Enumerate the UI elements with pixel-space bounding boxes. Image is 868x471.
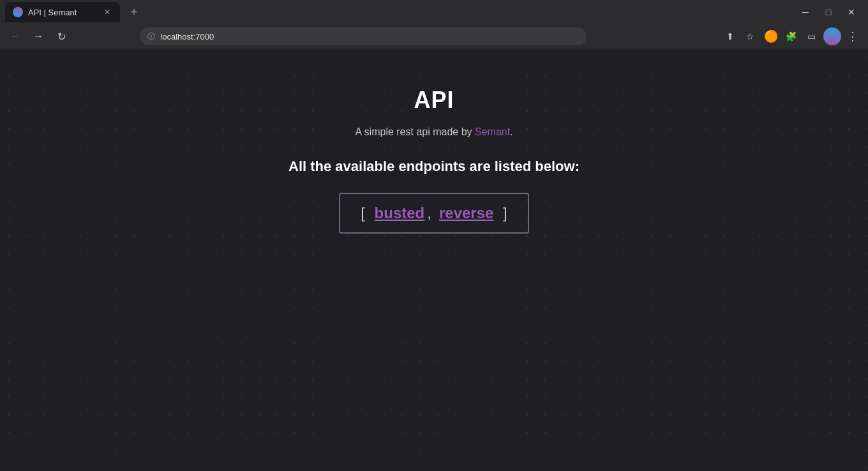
nav-actions: ⬆ ☆ 🟠 🧩 ▭ ⋮ bbox=[721, 27, 862, 45]
forward-button[interactable]: → bbox=[29, 27, 47, 45]
bracket-close: ] bbox=[503, 204, 507, 222]
bracket-open: [ bbox=[361, 204, 365, 222]
title-bar: API | Semant ✕ + ─ □ ✕ bbox=[0, 0, 868, 24]
bookmark-button[interactable]: ☆ bbox=[742, 27, 760, 45]
page-content: API A simple rest api made by Semant. Al… bbox=[0, 49, 868, 471]
share-button[interactable]: ⬆ bbox=[721, 27, 739, 45]
tab-favicon bbox=[13, 7, 23, 17]
maximize-button[interactable]: □ bbox=[822, 6, 835, 19]
reload-button[interactable]: ↻ bbox=[52, 27, 70, 45]
address-lock-icon: ⓘ bbox=[147, 31, 155, 42]
tab-close-button[interactable]: ✕ bbox=[102, 7, 112, 17]
subtitle-period: . bbox=[510, 126, 513, 137]
nav-bar: ← → ↻ ⓘ localhost:7000 ⬆ ☆ 🟠 🧩 ▭ ⋮ bbox=[0, 24, 868, 49]
back-button[interactable]: ← bbox=[6, 27, 24, 45]
busted-endpoint-link[interactable]: busted bbox=[375, 204, 425, 222]
content-wrapper: API A simple rest api made by Semant. Al… bbox=[288, 87, 580, 234]
browser-tab[interactable]: API | Semant ✕ bbox=[5, 2, 120, 22]
minimize-button[interactable]: ─ bbox=[799, 6, 812, 19]
profile-button[interactable] bbox=[823, 27, 841, 45]
tab-title: API | Semant bbox=[28, 8, 97, 17]
reverse-endpoint-link[interactable]: reverse bbox=[439, 204, 493, 222]
page-title: API bbox=[288, 87, 580, 114]
subtitle-text: A simple rest api made by bbox=[355, 126, 475, 137]
new-tab-button[interactable]: + bbox=[125, 3, 143, 21]
endpoints-label: All the available endpoints are listed b… bbox=[288, 158, 580, 175]
comma-separator: , bbox=[427, 204, 431, 222]
address-bar[interactable]: ⓘ localhost:7000 bbox=[140, 27, 587, 45]
orange-icon[interactable]: 🟠 bbox=[762, 27, 780, 45]
menu-button[interactable]: ⋮ bbox=[844, 27, 862, 45]
window-controls: ─ □ ✕ bbox=[799, 6, 863, 19]
address-text: localhost:7000 bbox=[160, 32, 214, 41]
close-button[interactable]: ✕ bbox=[845, 6, 858, 19]
extensions-button[interactable]: 🧩 bbox=[782, 27, 800, 45]
browser-chrome: API | Semant ✕ + ─ □ ✕ ← → ↻ ⓘ localhost… bbox=[0, 0, 868, 49]
semant-link[interactable]: Semant bbox=[475, 126, 510, 137]
sidebar-button[interactable]: ▭ bbox=[803, 27, 821, 45]
subtitle: A simple rest api made by Semant. bbox=[288, 126, 580, 138]
endpoints-box: [ busted , reverse ] bbox=[339, 193, 528, 234]
